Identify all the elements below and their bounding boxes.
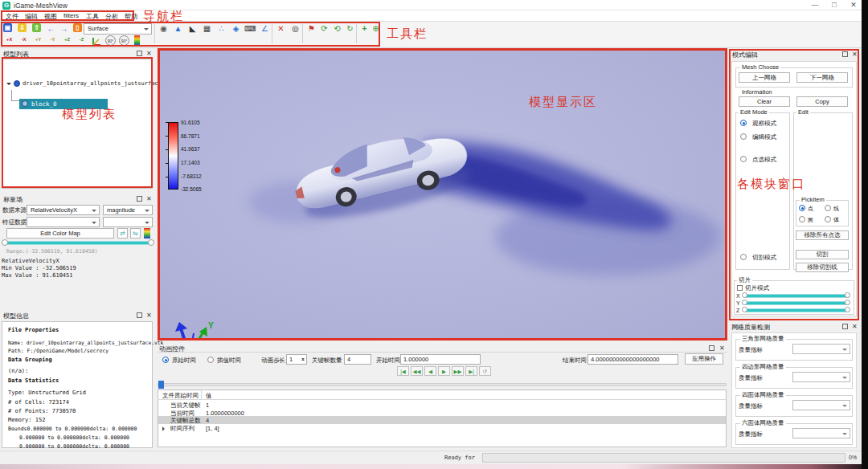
import-icon[interactable]: ⇩ — [18, 23, 27, 32]
menu-file[interactable]: 文件 — [6, 12, 18, 21]
step-spinbox[interactable]: 1 — [286, 354, 307, 365]
feature-combobox-1[interactable] — [27, 217, 100, 227]
pick-point-radio[interactable] — [799, 205, 805, 211]
slice-x-handle-right[interactable] — [845, 292, 850, 298]
slice-y-slider[interactable] — [743, 301, 850, 305]
interp-time-radio[interactable] — [207, 357, 214, 363]
slice-y-handle-left[interactable] — [742, 300, 747, 305]
close-button[interactable]: ✕ — [845, 1, 862, 10]
step-back-button[interactable]: ◀ — [424, 366, 436, 376]
model-info-float-icon[interactable] — [137, 312, 142, 318]
range-slider-track[interactable] — [4, 241, 152, 245]
cut-mode-radio[interactable] — [740, 254, 747, 260]
table-row-key[interactable]: 关键帧总数 — [170, 417, 201, 425]
pick-volume-label[interactable]: 体 — [833, 216, 839, 224]
remove-x-icon[interactable]: ✕ — [275, 23, 287, 34]
view-plus-x-icon[interactable]: +X — [3, 36, 15, 47]
slice-x-handle-left[interactable] — [742, 292, 747, 298]
table-header-value[interactable]: 值 — [206, 392, 212, 400]
cone-source-icon[interactable]: ▲ — [172, 23, 184, 34]
rewind-button[interactable]: ◀◀ — [411, 366, 423, 376]
mode-edit-close-icon[interactable]: ✕ — [852, 51, 858, 58]
view-plus-y-icon[interactable]: +Y — [32, 36, 44, 47]
table-row-value[interactable]: [1, 4] — [206, 425, 219, 432]
fast-forward-button[interactable]: ▶▶ — [452, 366, 464, 376]
menu-edit[interactable]: 编辑 — [25, 12, 38, 21]
wireframe-icon[interactable]: ◈ — [230, 23, 242, 34]
table-row-value[interactable]: 4 — [206, 417, 209, 424]
rotate-90-cw-icon[interactable]: 90° — [119, 35, 129, 46]
menu-help[interactable]: 帮助 — [125, 12, 137, 21]
points-mode-icon[interactable]: ∴ — [215, 23, 227, 34]
timeline-slider-handle[interactable] — [158, 381, 164, 389]
tree-item-dataset[interactable]: driver_10pointarray_allpoints_justsurfac… — [23, 80, 175, 87]
pick-line-radio[interactable] — [825, 205, 831, 211]
cut-button[interactable]: 切割 — [796, 250, 849, 259]
data-source-combobox[interactable]: RelativeVelocityX — [27, 205, 100, 215]
model-info-close-icon[interactable]: ✕ — [146, 312, 152, 319]
view-minus-z-icon[interactable]: -Z — [76, 36, 88, 47]
row-expander-icon[interactable] — [162, 426, 167, 431]
axes-toggle-icon[interactable]: + — [358, 23, 371, 34]
end-time-input[interactable]: 4.0000000000000000000 — [588, 354, 678, 365]
table-row-highlight[interactable] — [158, 416, 726, 424]
remove-all-picked-button[interactable]: 移除所有点选 — [796, 230, 849, 240]
range-slider-handle-min[interactable] — [2, 239, 8, 246]
play-button[interactable]: ▶ — [438, 366, 450, 376]
next-mesh-button[interactable]: 下一网格 — [796, 72, 848, 83]
block-sphere-icon[interactable] — [22, 100, 28, 107]
feature-combobox-2[interactable] — [103, 217, 153, 227]
pick-volume-radio[interactable] — [825, 216, 831, 222]
apply-button[interactable]: 应用操作 — [685, 353, 723, 365]
quality-float-icon[interactable] — [842, 324, 848, 329]
tree-expander-icon[interactable] — [6, 83, 11, 88]
clear-button[interactable]: Clear — [739, 96, 790, 107]
timeline-slider-track[interactable] — [158, 383, 727, 386]
slice-x-slider[interactable] — [743, 294, 850, 298]
reset-view-icon[interactable]: ↻ — [344, 23, 356, 34]
range-slider-handle-max[interactable] — [148, 239, 154, 246]
rotate-ccw-icon[interactable]: ⟲ — [331, 23, 343, 34]
pick-line-label[interactable]: 线 — [833, 205, 839, 213]
minimize-button[interactable]: — — [806, 1, 824, 10]
scalar-float-icon[interactable] — [137, 196, 142, 202]
table-row-value[interactable]: 1 — [206, 402, 209, 409]
redo-icon[interactable]: → — [58, 23, 70, 34]
view-minus-x-icon[interactable]: -X — [18, 36, 30, 47]
grid-mesh-icon[interactable]: ▦ — [201, 23, 213, 34]
first-frame-button[interactable]: |◀ — [397, 366, 409, 376]
menu-tools[interactable]: 工具 — [86, 12, 99, 21]
slice-z-slider[interactable] — [743, 308, 850, 312]
maximize-button[interactable]: □ — [825, 1, 843, 10]
table-header-key[interactable]: 文件原始时间 — [162, 392, 199, 400]
model-list-float-icon[interactable] — [137, 51, 142, 56]
colormap-rescale-icon[interactable]: ⇋ — [130, 228, 141, 239]
colormap-preview-icon[interactable] — [144, 228, 150, 239]
start-time-input[interactable]: 1.000000 — [400, 354, 481, 365]
copy-button[interactable]: Copy — [796, 96, 848, 107]
tree-item-block-label[interactable]: block_0 — [31, 100, 57, 108]
cut-mode-label[interactable]: 切割模式 — [752, 254, 776, 262]
tet-indicator-dropdown[interactable] — [792, 400, 850, 410]
animation-close-icon[interactable]: ✕ — [719, 345, 725, 352]
view-plus-z-icon[interactable]: +Z — [61, 36, 73, 47]
quality-close-icon[interactable]: ✕ — [852, 324, 858, 330]
interp-time-label[interactable]: 插值时间 — [217, 357, 241, 365]
flat-shading-icon[interactable]: ◣ — [186, 23, 199, 34]
save-icon[interactable]: ▣ — [3, 23, 12, 32]
slice-z-handle-right[interactable] — [845, 307, 850, 312]
visibility-eye-icon[interactable]: ◉ — [158, 23, 170, 34]
flag-icon[interactable]: ⚑ — [305, 23, 317, 34]
component-combobox[interactable]: magnitude — [103, 205, 153, 215]
prev-mesh-button[interactable]: 上一网格 — [739, 72, 790, 83]
tri-indicator-dropdown[interactable] — [792, 344, 850, 354]
loop-button[interactable]: ↺ — [479, 366, 491, 376]
export-icon[interactable]: ⇧ — [32, 23, 41, 32]
edit-mode-radio-label[interactable]: 编辑模式 — [752, 133, 776, 141]
pick-face-label[interactable]: 面 — [808, 216, 813, 224]
slice-mode-label[interactable]: 切片模式 — [745, 284, 769, 292]
representation-combobox[interactable]: Surface — [84, 23, 152, 35]
colormap-swap-icon[interactable]: ⇄ — [117, 228, 128, 239]
quad-indicator-dropdown[interactable] — [792, 372, 850, 382]
delete-icon[interactable]: ▯ — [73, 23, 82, 32]
